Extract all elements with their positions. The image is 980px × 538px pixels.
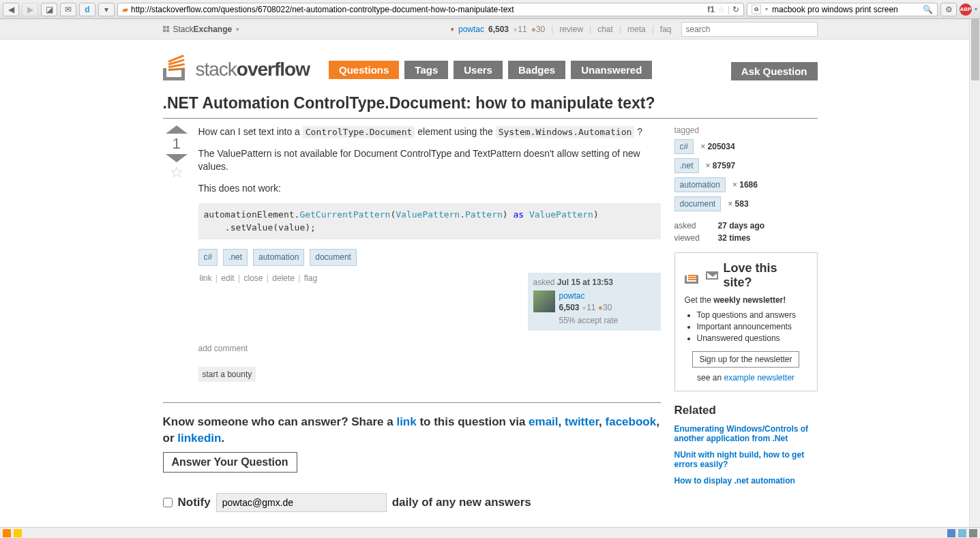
start-bounty[interactable]: start a bounty: [198, 367, 256, 383]
review-link[interactable]: review: [559, 25, 583, 34]
sidebar: tagged c#× 205034.net× 87597automation× …: [674, 125, 818, 538]
address-bar[interactable]: ▰ f1 ☆ | ↻: [117, 3, 744, 16]
main-nav: Questions Tags Users Badges Unanswered: [329, 61, 652, 79]
ask-question-button[interactable]: Ask Question: [731, 62, 818, 80]
notify-suffix: daily of any new answers: [392, 496, 531, 509]
example-newsletter-link[interactable]: example newsletter: [724, 373, 794, 383]
status-icon[interactable]: [947, 529, 955, 537]
status-icon[interactable]: [14, 529, 22, 537]
status-icon[interactable]: [3, 529, 11, 537]
se-topbar: StackExchange ▾ ▾ powtac 6,503 ●11 ●30 |…: [0, 19, 980, 40]
question-title: .NET Automation ControlType.Document: ho…: [163, 85, 818, 119]
tagged-label: tagged: [674, 125, 818, 135]
status-bar: [0, 527, 980, 538]
extension-icon[interactable]: ⚙: [940, 3, 957, 16]
scrollbar[interactable]: [969, 19, 980, 527]
menu-flag[interactable]: flag: [304, 273, 317, 283]
sidebar-tag[interactable]: document: [674, 196, 722, 211]
topbar-user-link[interactable]: powtac: [458, 25, 484, 34]
browser-toolbar: ◀ ▶ ◪ ✉ d ▾ ▰ f1 ☆ | ↻ G▾ 🔍 ⚙ ABP▾: [0, 0, 980, 19]
google-icon: G: [752, 5, 761, 14]
menu-close[interactable]: close: [243, 273, 263, 283]
sig-user-link[interactable]: powtac: [559, 291, 585, 301]
notify-label: Notify: [178, 496, 211, 509]
downvote-button[interactable]: [166, 154, 188, 162]
meta-link[interactable]: meta: [627, 25, 646, 34]
site-search[interactable]: [681, 22, 818, 37]
delicious-icon[interactable]: d: [79, 3, 95, 16]
back-button[interactable]: ◀: [3, 3, 19, 16]
tag-dotnet[interactable]: .net: [223, 249, 248, 266]
avatar[interactable]: [533, 290, 555, 312]
search-icon[interactable]: 🔍: [923, 5, 933, 14]
tag-automation[interactable]: automation: [253, 249, 304, 266]
question-post: 1 ☆ How can I set text into a ControlTyp…: [163, 125, 661, 382]
question-tags: c# .net automation document: [198, 249, 661, 266]
sidebar-tag[interactable]: .net: [674, 158, 699, 173]
site-search-input[interactable]: [682, 23, 817, 36]
related-link[interactable]: Enumerating Windows/Controls of another …: [674, 424, 818, 443]
favorite-star-icon[interactable]: ☆: [170, 164, 183, 181]
nav-unanswered[interactable]: Unanswered: [571, 61, 652, 79]
tag-csharp[interactable]: c#: [198, 249, 218, 266]
site-header: stackoverflow Questions Tags Users Badge…: [163, 40, 818, 85]
notify-email-input[interactable]: [216, 493, 387, 512]
post-body: How can I set text into a ControlType.Do…: [198, 125, 661, 382]
bookmark-icon[interactable]: ◪: [41, 3, 57, 16]
notify-checkbox[interactable]: [163, 498, 173, 507]
sidebar-tag[interactable]: c#: [674, 139, 694, 154]
chevron-down-icon: ▾: [236, 26, 239, 33]
related-heading: Related: [674, 404, 818, 417]
logo[interactable]: stackoverflow: [163, 52, 310, 80]
nav-users[interactable]: Users: [454, 61, 503, 79]
newsletter-signup-button[interactable]: Sign up for the newsletter: [692, 351, 799, 368]
user-signature: asked Jul 15 at 13:53 powtac 6,503 ●11 ●…: [528, 273, 661, 331]
main-column: 1 ☆ How can I set text into a ControlTyp…: [163, 125, 661, 538]
status-icon[interactable]: [958, 529, 966, 537]
grid-icon: [163, 26, 169, 32]
vote-score: 1: [172, 135, 180, 153]
nav-questions[interactable]: Questions: [329, 61, 399, 79]
nav-tags[interactable]: Tags: [404, 61, 448, 79]
chat-link[interactable]: chat: [597, 25, 613, 34]
mail-icon[interactable]: ✉: [60, 3, 76, 16]
nav-badges[interactable]: Badges: [508, 61, 565, 79]
newsletter-box: Love this site? Get the weekly newslette…: [674, 252, 818, 391]
share-twitter[interactable]: twitter: [565, 415, 599, 428]
add-comment-link[interactable]: add comment: [198, 344, 248, 353]
browser-search[interactable]: G▾ 🔍: [747, 3, 938, 16]
favicon-icon: ▰: [122, 5, 128, 14]
faq-link[interactable]: faq: [660, 25, 672, 34]
answer-own-button[interactable]: Answer Your Question: [163, 452, 297, 473]
notify-row: Notify daily of any new answers: [163, 493, 661, 512]
related-link[interactable]: NUnit with night build, how to get error…: [674, 450, 818, 469]
tag-document[interactable]: document: [310, 249, 357, 266]
share-email[interactable]: email: [529, 415, 558, 428]
forward-button[interactable]: ▶: [22, 3, 38, 16]
share-linkedin[interactable]: linkedin: [177, 432, 221, 445]
post-menu: link | edit | close | delete | flag: [198, 273, 319, 331]
browser-search-input[interactable]: [772, 5, 919, 14]
share-facebook[interactable]: facebook: [606, 415, 657, 428]
share-line: Know someone who can answer? Share a lin…: [163, 414, 661, 447]
abp-icon[interactable]: ABP: [960, 3, 972, 16]
menu-link[interactable]: link: [200, 273, 212, 283]
inbox-chevron-icon[interactable]: ▾: [451, 26, 454, 33]
logo-icon: [163, 52, 192, 80]
status-icon[interactable]: [969, 529, 977, 537]
sidebar-tag[interactable]: automation: [674, 177, 726, 192]
menu-delete[interactable]: delete: [272, 273, 295, 283]
upvote-button[interactable]: [166, 125, 188, 134]
menu-edit[interactable]: edit: [221, 273, 234, 283]
vote-cell: 1 ☆: [163, 125, 190, 382]
code-block: automationElement.GetCurrentPattern(Valu…: [198, 203, 661, 239]
share-link[interactable]: link: [396, 415, 416, 428]
star-icon[interactable]: ☆: [717, 5, 725, 14]
reload-icon[interactable]: ↻: [732, 5, 739, 14]
topbar-rep: 6,503: [488, 25, 509, 34]
dropdown-icon[interactable]: ▾: [98, 3, 115, 16]
mini-logo-icon: [685, 267, 700, 284]
se-menu[interactable]: StackExchange ▾: [163, 25, 240, 34]
related-link[interactable]: How to display .net automation: [674, 476, 818, 485]
url-input[interactable]: [131, 5, 704, 14]
